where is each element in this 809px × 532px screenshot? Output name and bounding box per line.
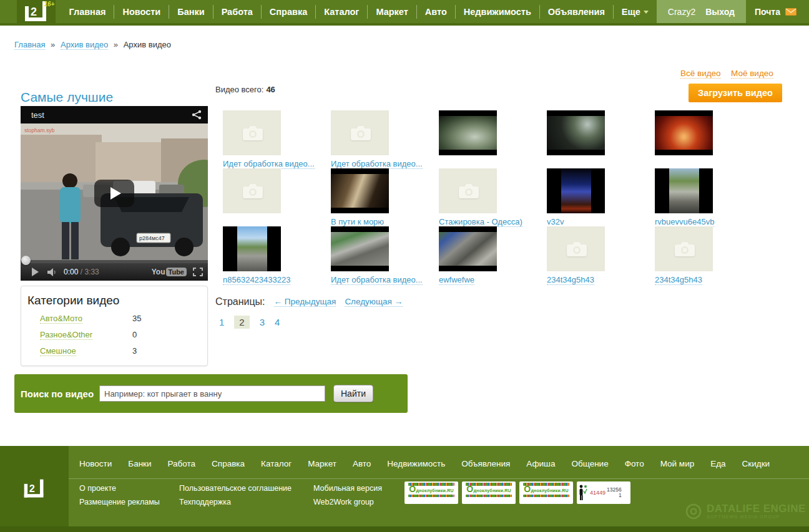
datalife-engine-title: DATALIFE ENGINE xyxy=(707,503,806,514)
video-thumbnail-placeholder[interactable] xyxy=(439,168,497,213)
video-thumbnail[interactable] xyxy=(547,110,605,155)
nav-item-novosti[interactable]: Новости xyxy=(114,5,169,19)
volume-icon[interactable] xyxy=(47,268,56,276)
video-thumbnail-placeholder[interactable] xyxy=(223,168,281,213)
video-thumbnail-placeholder[interactable] xyxy=(331,110,389,155)
footer-nav-rabota[interactable]: Работа xyxy=(168,459,196,468)
youtube-logo[interactable]: YouTube xyxy=(152,268,187,276)
breadcrumb-home[interactable]: Главная xyxy=(14,40,45,50)
video-thumbnail-placeholder[interactable] xyxy=(223,110,281,155)
video-title-link[interactable]: v32v xyxy=(547,217,564,227)
seek-bar[interactable] xyxy=(21,260,208,263)
pagination-prev-link[interactable]: ← Предыдущая xyxy=(274,297,336,307)
username-link[interactable]: Crazy2 xyxy=(668,7,695,17)
video-title-link[interactable]: ewfwefwe xyxy=(439,275,474,285)
nav-item-obyavleniya[interactable]: Объявления xyxy=(540,5,614,19)
footer-nav-foto[interactable]: Фото xyxy=(625,459,644,468)
nav-item-glavnaya[interactable]: Главная xyxy=(61,5,114,19)
footer-site-logo-icon[interactable]: 2 xyxy=(22,478,46,500)
footer-nav-novosti[interactable]: Новости xyxy=(79,459,112,468)
nav-item-banki[interactable]: Банки xyxy=(169,5,213,19)
seek-knob[interactable] xyxy=(21,256,31,265)
video-title-link[interactable]: В пути к морю xyxy=(331,217,384,227)
video-thumbnail[interactable] xyxy=(331,168,389,213)
video-thumbnail-placeholder[interactable] xyxy=(547,226,605,271)
breadcrumb-section[interactable]: Архив видео xyxy=(61,40,108,50)
thumbnail-image xyxy=(237,226,267,271)
nav-item-market[interactable]: Маркет xyxy=(368,5,416,19)
page-number-4[interactable]: 4 xyxy=(275,317,280,327)
banner-label: Одноклубники.RU xyxy=(462,486,516,494)
footer-nav-eda[interactable]: Еда xyxy=(710,459,725,468)
footer: 2 Новости Банки Работа Справка Каталог М… xyxy=(0,446,809,532)
footer-link-mobile[interactable]: Мобильная версия xyxy=(313,484,382,493)
category-link-avto-moto[interactable]: Авто&Мото xyxy=(40,314,82,324)
odnoklubniki-banner[interactable]: Одноклубники.RU xyxy=(462,481,516,504)
footer-link-agreement[interactable]: Пользовательское соглашение xyxy=(179,484,292,493)
page-number-3[interactable]: 3 xyxy=(260,317,265,327)
my-videos-link[interactable]: Моё видео xyxy=(731,69,773,79)
nav-item-katalog[interactable]: Каталог xyxy=(316,5,368,19)
logout-link[interactable]: Выход xyxy=(705,7,735,17)
video-thumbnail[interactable] xyxy=(439,110,497,155)
pagination-next-link[interactable]: Следующая → xyxy=(345,297,403,307)
footer-link-web2work[interactable]: Web2Work group xyxy=(313,498,374,506)
page-number-1[interactable]: 1 xyxy=(219,317,224,327)
video-frame[interactable]: р284мс47 stopham.syb xyxy=(21,123,208,263)
category-count: 35 xyxy=(132,314,141,323)
video-thumbnail-placeholder[interactable] xyxy=(655,226,713,271)
video-search-panel: Поиск по видео Найти xyxy=(14,374,408,413)
footer-nav-spravka[interactable]: Справка xyxy=(212,459,245,468)
video-thumbnail[interactable] xyxy=(439,226,497,271)
nav-item-spravka[interactable]: Справка xyxy=(262,5,316,19)
site-logo[interactable]: 2 16+ xyxy=(17,0,56,23)
video-title-link[interactable]: n85632423433223 xyxy=(223,275,290,285)
odnoklubniki-banner[interactable]: Одноклубники.RU xyxy=(519,481,573,504)
footer-nav-katalog[interactable]: Каталог xyxy=(261,459,292,468)
footer-nav-obshchenie[interactable]: Общение xyxy=(571,459,608,468)
footer-link-about[interactable]: О проекте xyxy=(79,484,116,493)
category-link-raznoe[interactable]: Разное&Other xyxy=(40,330,92,340)
search-input[interactable] xyxy=(99,385,325,402)
nav-item-avto[interactable]: Авто xyxy=(417,5,456,19)
footer-nav-afisha[interactable]: Афиша xyxy=(526,459,555,468)
footer-nav-market[interactable]: Маркет xyxy=(308,459,336,468)
all-videos-link[interactable]: Всё видео xyxy=(680,69,721,79)
video-title-link[interactable]: Стажировка - Одесса) xyxy=(439,217,522,227)
video-thumbnail[interactable] xyxy=(547,168,605,213)
footer-nav-skidki[interactable]: Скидки xyxy=(742,459,770,468)
footer-nav-nedvizhimost[interactable]: Недвижимость xyxy=(387,459,445,468)
footer-link-advertising[interactable]: Размещение рекламы xyxy=(79,498,160,506)
video-title-link[interactable]: Идет обработка видео... xyxy=(331,275,423,285)
visitor-counter-banner[interactable]: 41449 13256 1 xyxy=(577,481,630,504)
video-title-link[interactable]: Идет обработка видео... xyxy=(223,159,315,169)
play-button-overlay[interactable] xyxy=(94,180,134,207)
mail-link[interactable]: Почта xyxy=(746,0,809,23)
nav-item-rabota[interactable]: Работа xyxy=(213,5,262,19)
footer-link-support[interactable]: Техподдержка xyxy=(179,498,231,506)
video-card: 234t34g5h43 xyxy=(539,226,647,284)
video-thumbnail[interactable] xyxy=(655,110,713,155)
category-link-smeshnoe[interactable]: Смешное xyxy=(40,346,76,356)
datalife-engine-logo[interactable]: DATALIFE ENGINE SOFTNEWS MEDIA GROUP xyxy=(685,503,806,520)
footer-nav-obyavleniya[interactable]: Объявления xyxy=(461,459,510,468)
video-title-link[interactable]: 234t34g5h43 xyxy=(547,275,594,285)
video-thumbnail[interactable] xyxy=(331,226,389,271)
nav-item-nedvizhimost[interactable]: Недвижимость xyxy=(456,5,540,19)
upload-video-button[interactable]: Загрузить видео xyxy=(689,84,782,102)
footer-nav-banki[interactable]: Банки xyxy=(128,459,151,468)
footer-nav-moy-mir[interactable]: Мой мир xyxy=(660,459,695,468)
nav-item-more[interactable]: Еще xyxy=(614,5,657,19)
video-title-link[interactable]: 234t34g5h43 xyxy=(655,275,702,285)
video-title-link[interactable]: rvbuevvu6e45vb xyxy=(655,217,714,227)
video-thumbnail[interactable] xyxy=(655,168,713,213)
footer-nav-avto[interactable]: Авто xyxy=(353,459,371,468)
video-title-link[interactable]: Идет обработка видео... xyxy=(331,159,423,169)
fullscreen-icon[interactable] xyxy=(193,268,203,276)
category-row: Смешное 3 xyxy=(40,346,207,356)
player-play-button[interactable] xyxy=(32,268,39,276)
share-icon[interactable] xyxy=(192,110,202,120)
odnoklubniki-banner[interactable]: Одноклубники.RU xyxy=(405,481,458,504)
search-button[interactable]: Найти xyxy=(333,385,373,402)
video-thumbnail[interactable] xyxy=(223,226,281,271)
